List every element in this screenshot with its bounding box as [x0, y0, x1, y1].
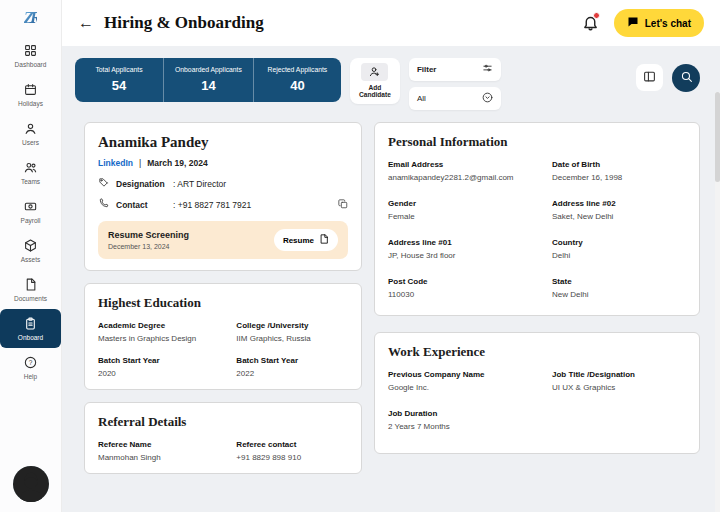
- field-label: Previous Company Name: [388, 370, 542, 379]
- back-button[interactable]: ←: [78, 14, 94, 32]
- resume-screening-banner: Resume Screening December 13, 2024 Resum…: [98, 221, 348, 259]
- filter-group: Filter All: [409, 58, 501, 110]
- copy-icon[interactable]: [338, 199, 348, 211]
- filter-button[interactable]: Filter: [409, 58, 501, 81]
- designation-label: Designation: [116, 179, 166, 189]
- resume-button[interactable]: Resume: [274, 229, 338, 251]
- brand-logo[interactable]: ZR: [24, 8, 38, 28]
- chat-icon: [627, 16, 639, 30]
- user-avatar[interactable]: [13, 466, 49, 502]
- sidebar-item-label: Dashboard: [15, 61, 47, 68]
- sidebar-item-dashboard[interactable]: Dashboard: [0, 36, 61, 75]
- stat-label: Rejected Applicants: [268, 66, 328, 73]
- user-icon: [24, 122, 37, 136]
- field-label: Date of Birth: [552, 160, 686, 169]
- sidebar-item-onboard[interactable]: Onboard: [0, 309, 61, 348]
- sidebar-item-assets[interactable]: Assets: [0, 231, 61, 270]
- chat-button[interactable]: Let's chat: [614, 9, 704, 37]
- field-job-duration: Job Duration 2 Years 7 Months: [388, 409, 542, 431]
- sidebar-item-users[interactable]: Users: [0, 114, 61, 153]
- work-experience-title: Work Experience: [388, 344, 686, 360]
- stat-value: 40: [290, 78, 304, 93]
- field-label: State: [552, 277, 686, 286]
- layout-panel-button[interactable]: [636, 64, 663, 91]
- field-label: Post Code: [388, 277, 542, 286]
- field-label: College /University: [236, 321, 348, 330]
- scrollbar-thumb[interactable]: [715, 92, 720, 182]
- resume-stage-label: Resume Screening: [108, 230, 189, 240]
- sidebar-item-label: Payroll: [21, 217, 41, 224]
- candidate-card: Anamika Pandey LinkedIn | March 19, 2024…: [84, 122, 362, 271]
- contact-label: Contact: [116, 200, 166, 210]
- contact-value: : +91 8827 781 7921: [173, 200, 251, 210]
- field-value: UI UX & Graphics: [552, 383, 686, 392]
- work-experience-fields: Previous Company Name Google Inc. Job Ti…: [388, 370, 686, 431]
- notification-bell-icon[interactable]: [582, 14, 600, 32]
- chat-label: Let's chat: [645, 18, 691, 29]
- sidebar-item-documents[interactable]: Documents: [0, 270, 61, 309]
- sidebar-item-label: Holidays: [18, 100, 43, 107]
- add-candidate-button[interactable]: Add Candidate: [350, 58, 400, 104]
- page-title: Hiring & Onboarding: [104, 13, 264, 33]
- field-country: Country Delhi: [552, 238, 686, 260]
- stat-label: Total Applicants: [95, 66, 142, 73]
- field-postcode: Post Code 110030: [388, 277, 542, 299]
- sidebar-item-label: Documents: [14, 295, 47, 302]
- work-experience-card: Work Experience Previous Company Name Go…: [374, 332, 700, 454]
- separator: |: [139, 158, 141, 168]
- field-address2: Address line #02 Saket, New Delhi: [552, 199, 686, 221]
- personal-info-title: Personal Information: [388, 134, 686, 150]
- stat-label: Onboarded Applicants: [175, 66, 242, 73]
- personal-info-card: Personal Information Email Address anami…: [374, 122, 700, 316]
- field-label: Referee contact: [236, 440, 348, 449]
- filter-all-dropdown[interactable]: All: [409, 87, 501, 110]
- stat-total-applicants: Total Applicants 54: [75, 58, 163, 102]
- referral-title: Referral Details: [98, 414, 348, 430]
- sidebar-item-help[interactable]: ? Help: [0, 348, 61, 387]
- field-referee-name: Referee Name Manmohan Singh: [98, 440, 226, 462]
- field-college: College /University IIM Graphics, Russia: [236, 321, 348, 343]
- resume-button-label: Resume: [283, 236, 314, 245]
- field-value: IIM Graphics, Russia: [236, 334, 348, 343]
- topbar-actions: Let's chat: [582, 9, 704, 37]
- field-batch-end: Batch Start Year 2022: [236, 356, 348, 378]
- tag-icon: [98, 177, 109, 190]
- toolbar: Total Applicants 54 Onboarded Applicants…: [74, 58, 708, 110]
- resume-stage-info: Resume Screening December 13, 2024: [108, 230, 189, 250]
- person-add-icon: [361, 63, 388, 81]
- field-email: Email Address anamikapandey2281.2@gmail.…: [388, 160, 542, 182]
- field-value: Masters in Graphics Design: [98, 334, 226, 343]
- help-icon: ?: [24, 356, 37, 370]
- field-label: Country: [552, 238, 686, 247]
- referral-card: Referral Details Referee Name Manmohan S…: [84, 402, 362, 474]
- sidebar-nav: Dashboard Holidays Users Teams Payroll A: [0, 36, 61, 387]
- sidebar-item-teams[interactable]: Teams: [0, 153, 61, 192]
- field-value: Google Inc.: [388, 383, 542, 392]
- candidate-subline: LinkedIn | March 19, 2024: [98, 158, 348, 168]
- sidebar-item-label: Onboard: [18, 334, 43, 341]
- field-label: Address line #01: [388, 238, 542, 247]
- scrollbar-track[interactable]: [715, 92, 720, 512]
- notification-dot: [593, 12, 600, 19]
- field-value: +91 8829 898 910: [236, 453, 348, 462]
- detail-columns: Anamika Pandey LinkedIn | March 19, 2024…: [74, 122, 708, 474]
- field-academic-degree: Academic Degree Masters in Graphics Desi…: [98, 321, 226, 343]
- field-label: Address line #02: [552, 199, 686, 208]
- education-card: Highest Education Academic Degree Master…: [84, 283, 362, 390]
- field-batch-start: Batch Start Year 2020: [98, 356, 226, 378]
- field-value: Manmohan Singh: [98, 453, 226, 462]
- stat-value: 14: [201, 78, 215, 93]
- sidebar-item-label: Teams: [21, 178, 40, 185]
- field-label: Referee Name: [98, 440, 226, 449]
- sidebar-item-payroll[interactable]: Payroll: [0, 192, 61, 231]
- field-value: Female: [388, 212, 542, 221]
- content: Total Applicants 54 Onboarded Applicants…: [62, 46, 720, 512]
- referral-fields: Referee Name Manmohan Singh Referee cont…: [98, 440, 348, 462]
- linkedin-link[interactable]: LinkedIn: [98, 158, 133, 168]
- search-button[interactable]: [672, 64, 700, 92]
- sidebar-item-holidays[interactable]: Holidays: [0, 75, 61, 114]
- field-label: Gender: [388, 199, 542, 208]
- filter-value: All: [417, 94, 426, 103]
- field-dob: Date of Birth December 16, 1998: [552, 160, 686, 182]
- field-address1: Address line #01 JP, House 3rd floor: [388, 238, 542, 260]
